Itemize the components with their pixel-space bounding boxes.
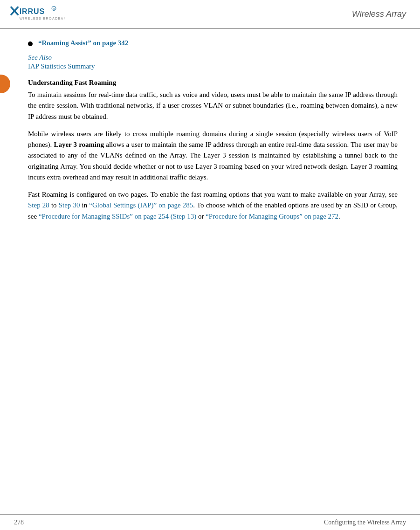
roaming-assist-link[interactable]: “Roaming Assist” on page 342 [38,39,128,47]
para3-in: in [80,201,89,209]
logo: IRRUS R WIRELESS BROADBAND [9,5,65,23]
step28-link[interactable]: Step 28 [28,201,49,209]
para3-part1: Fast Roaming is configured on two pages.… [28,191,398,198]
paragraph-3: Fast Roaming is configured on two pages.… [28,189,398,222]
bullet-dot [28,41,33,46]
para3-end: . [338,213,340,220]
svg-text:WIRELESS BROADBAND: WIRELESS BROADBAND [20,17,65,21]
svg-text:R: R [53,7,55,10]
paragraph-1: To maintain sessions for real-time data … [28,89,398,122]
page-footer: 278 Configuring the Wireless Array [0,514,420,530]
xirrus-logo-image: IRRUS R WIRELESS BROADBAND [9,5,65,23]
step30-link[interactable]: Step 30 [59,201,80,209]
footer-page-number: 278 [14,519,24,526]
para1-text: To maintain sessions for real-time data … [28,91,398,120]
global-settings-link[interactable]: “Global Settings (IAP)” on page 285 [89,201,193,209]
see-also-section: See Also IAP Statistics Summary [28,54,398,70]
bullet-item-roaming-assist: “Roaming Assist” on page 342 [28,39,398,47]
layer3-roaming-bold: Layer 3 roaming [54,141,104,148]
see-also-label: See Also [28,54,398,62]
managing-groups-link[interactable]: “Procedure for Managing Groups” on page … [206,213,338,220]
para3-to: to [49,201,59,209]
main-content: “Roaming Assist” on page 342 See Also IA… [0,29,420,238]
page-header: IRRUS R WIRELESS BROADBAND Wireless Arra… [0,0,420,29]
header-title: Wireless Array [352,9,406,19]
footer-chapter-title: Configuring the Wireless Array [324,519,406,526]
para3-or: or [196,213,206,220]
svg-text:IRRUS: IRRUS [20,7,45,15]
managing-ssids-link[interactable]: “Procedure for Managing SSIDs” on page 2… [39,213,196,220]
paragraph-2: Mobile wireless users are likely to cros… [28,129,398,183]
iap-statistics-link[interactable]: IAP Statistics Summary [28,62,95,70]
section-heading: Understanding Fast Roaming [28,79,398,87]
